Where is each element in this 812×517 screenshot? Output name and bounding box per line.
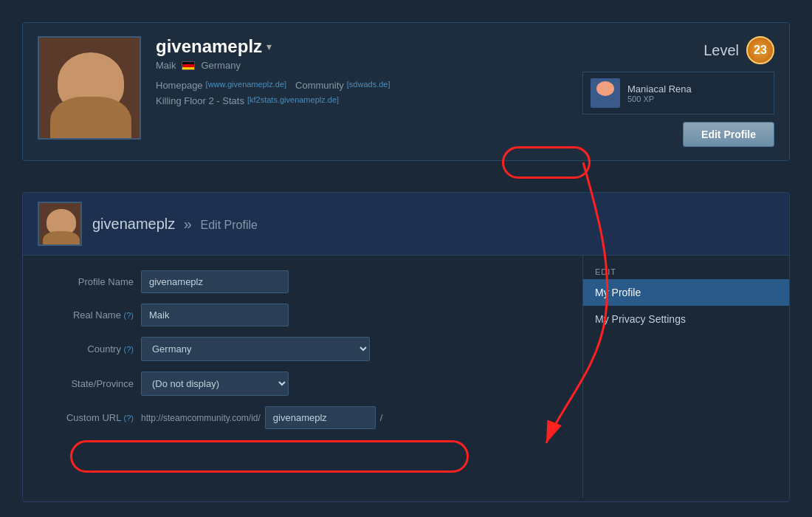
edit-profile-button[interactable]: Edit Profile [683,122,774,147]
profile-name-input[interactable] [141,270,289,293]
bottom-title: givenameplz » Edit Profile [92,216,258,233]
realname-row: Maik Germany [156,60,553,71]
stats-row: Killing Floor 2 - Stats [kf2stats.givena… [156,95,553,106]
sidebar-item-privacy[interactable]: My Privacy Settings [583,306,789,332]
country-label: Country (?) [45,343,134,355]
bottom-username: givenameplz [92,216,175,232]
real-name-label: Real Name (?) [45,309,134,321]
top-info: givenameplz ▾ Maik Germany Homepage [www… [156,36,553,111]
level-row: Level 23 [703,36,774,64]
community-url[interactable]: [sdwads.de] [347,80,390,91]
username-row: givenameplz ▾ [156,36,553,57]
sidebar-section-edit: EDIT [583,263,789,279]
custom-url-row: Custom URL (?) http://steamcommunity.com… [45,406,560,429]
url-row: http://steamcommunity.com/id/ / [141,406,382,429]
real-name-row: Real Name (?) [45,304,560,326]
title-separator: » [184,216,192,232]
friend-info: Maniacal Rena 500 XP [627,83,692,103]
url-suffix: / [380,412,383,423]
profile-name-label: Profile Name [45,276,134,287]
top-profile-card: givenameplz ▾ Maik Germany Homepage [www… [22,22,790,161]
custom-url-input[interactable] [265,406,376,429]
state-label: State/Province [45,378,134,389]
sidebar-item-my-profile[interactable]: My Profile [583,279,789,306]
community-label: Community [295,80,344,91]
real-name-input[interactable] [141,304,289,326]
real-name-help[interactable]: (?) [124,311,134,320]
custom-url-help[interactable]: (?) [124,414,134,422]
homepage-url[interactable]: [www.givenameplz.de] [206,80,286,91]
friend-xp: 500 XP [627,95,692,103]
country-help[interactable]: (?) [124,345,134,354]
homepage-label: Homepage [156,80,203,91]
top-country: Germany [201,60,240,71]
bottom-body: Profile Name Real Name (?) Country (?) G… [23,256,789,498]
form-area: Profile Name Real Name (?) Country (?) G… [23,256,582,498]
url-prefix: http://steamcommunity.com/id/ [141,413,261,423]
stats-label: Killing Floor 2 - Stats [156,95,244,106]
friend-row: Maniacal Rena 500 XP [582,72,774,114]
dropdown-arrow-icon[interactable]: ▾ [266,41,272,52]
top-right: Level 23 Maniacal Rena 500 XP Edit Profi… [568,36,774,147]
edit-sidebar: EDIT My Profile My Privacy Settings [582,256,789,498]
profile-name-row: Profile Name [45,270,560,293]
country-select[interactable]: Germany United States United Kingdom Fra… [141,337,370,361]
level-badge: 23 [746,36,774,64]
stats-url[interactable]: [kf2stats.givenameplz.de] [247,95,339,106]
state-select[interactable]: (Do not display) [141,372,289,396]
friend-avatar [591,78,620,108]
bottom-edit-card: givenameplz » Edit Profile Profile Name … [22,192,790,502]
flag-icon [182,61,195,70]
links-row: Homepage [www.givenameplz.de] Community … [156,80,553,91]
friend-name: Maniacal Rena [627,83,692,95]
top-avatar [38,36,141,140]
top-username: givenameplz [156,36,262,57]
state-row: State/Province (Do not display) [45,372,560,396]
top-realname: Maik [156,60,176,71]
bottom-avatar [38,202,82,246]
country-row: Country (?) Germany United States United… [45,337,560,361]
bottom-header: givenameplz » Edit Profile [23,193,789,256]
custom-url-label: Custom URL (?) [45,412,134,423]
level-label: Level [703,42,739,59]
edit-profile-label: Edit Profile [201,219,258,231]
